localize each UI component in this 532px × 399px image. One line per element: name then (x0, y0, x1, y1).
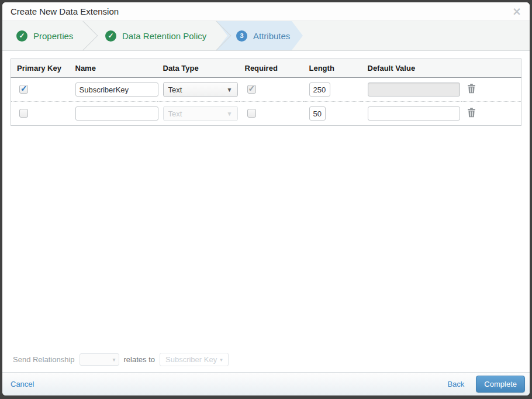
delete-row-button[interactable] (467, 84, 476, 95)
wizard-steps: Properties Data Retention Policy 3 Attri… (2, 21, 530, 51)
step-attributes[interactable]: 3 Attributes (216, 21, 303, 50)
primary-key-checkbox[interactable] (19, 109, 28, 118)
attributes-panel: Primary Key Name Data Type Required Leng… (2, 51, 530, 372)
check-icon (105, 30, 116, 42)
name-input[interactable] (75, 106, 158, 121)
header-primary-key: Primary Key (11, 59, 70, 78)
header-data-type: Data Type (157, 59, 239, 78)
send-relationship-field-select: ▾ (80, 353, 119, 366)
send-relationship-label: Send Relationship (13, 355, 75, 364)
step-properties-label: Properties (33, 31, 73, 41)
required-checkbox (247, 85, 256, 94)
length-input[interactable] (309, 82, 330, 97)
footer-actions: Back Complete (447, 376, 525, 393)
name-input[interactable] (75, 82, 158, 97)
attribute-row: Text ▼ (11, 78, 521, 102)
cancel-link[interactable]: Cancel (11, 380, 34, 388)
data-type-value: Text (168, 109, 182, 118)
content-spacer (11, 126, 521, 349)
modal-titlebar: Create New Data Extension × (2, 2, 530, 21)
send-relationship-row: Send Relationship ▾ relates to Subscribe… (11, 349, 521, 372)
length-input[interactable] (309, 106, 326, 121)
back-link[interactable]: Back (447, 380, 464, 388)
chevron-down-icon: ▼ (227, 87, 233, 93)
data-type-select[interactable]: Text ▼ (163, 82, 238, 97)
header-actions (461, 59, 521, 78)
complete-button[interactable]: Complete (476, 376, 525, 393)
chevron-down-icon: ▼ (227, 111, 233, 117)
header-default-value: Default Value (362, 59, 461, 78)
step-data-retention-policy[interactable]: Data Retention Policy (83, 21, 216, 50)
modal-footer: Cancel Back Complete (2, 372, 530, 395)
subscriber-key-value: Subscriber Key (165, 355, 217, 364)
required-checkbox[interactable] (247, 109, 256, 118)
trash-icon (467, 108, 476, 119)
modal-title: Create New Data Extension (11, 6, 119, 16)
data-type-value: Text (168, 85, 182, 94)
close-icon[interactable]: × (512, 6, 521, 17)
header-required: Required (239, 59, 303, 78)
relates-to-label: relates to (124, 355, 155, 364)
default-value-input[interactable] (368, 106, 460, 121)
create-data-extension-modal: Create New Data Extension × Properties D… (2, 2, 530, 395)
attribute-row: Text ▼ (11, 102, 521, 126)
step-number-badge: 3 (236, 30, 247, 42)
step-attributes-label: Attributes (253, 31, 290, 41)
step-data-retention-label: Data Retention Policy (122, 31, 206, 41)
step-properties[interactable]: Properties (2, 21, 83, 50)
chevron-down-icon: ▾ (220, 357, 223, 363)
chevron-down-icon: ▾ (113, 356, 116, 363)
table-header-row: Primary Key Name Data Type Required Leng… (11, 59, 521, 78)
check-icon (16, 30, 27, 42)
delete-row-button[interactable] (467, 108, 476, 119)
subscriber-key-select: Subscriber Key ▾ (160, 353, 229, 366)
header-name: Name (70, 59, 157, 78)
attributes-table: Primary Key Name Data Type Required Leng… (11, 59, 521, 126)
primary-key-checkbox[interactable] (19, 85, 28, 94)
header-length: Length (303, 59, 362, 78)
data-type-select: Text ▼ (163, 106, 238, 121)
trash-icon (467, 84, 476, 95)
default-value-input (368, 82, 460, 97)
